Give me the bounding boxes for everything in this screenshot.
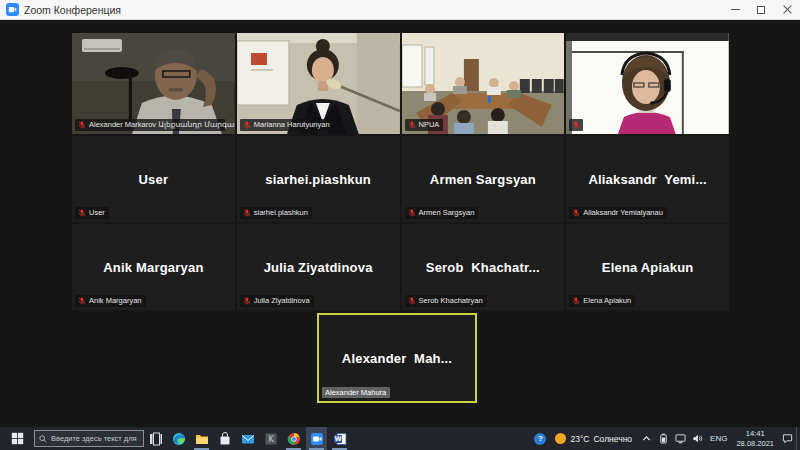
clock[interactable]: 14:41 28.08.2021 bbox=[731, 429, 779, 448]
muted-mic-badge bbox=[569, 119, 583, 131]
muted-mic-icon bbox=[78, 121, 86, 129]
weather-widget[interactable]: 23°C Солнечно bbox=[549, 433, 638, 444]
minimize-button[interactable] bbox=[722, 0, 748, 19]
weather-temp: 23°C bbox=[570, 434, 589, 444]
participant-name-label: Serob Khachatryan bbox=[405, 295, 487, 307]
date: 28.08.2021 bbox=[736, 439, 774, 448]
muted-mic-icon bbox=[408, 209, 416, 217]
word-icon: W bbox=[333, 432, 347, 446]
battery-icon bbox=[658, 433, 669, 444]
title-bar: Zoom Конференция bbox=[0, 0, 800, 20]
battery-tray-button[interactable] bbox=[655, 427, 672, 450]
mail-icon bbox=[241, 432, 255, 446]
participant-name-label: Armen Sargsyan bbox=[405, 207, 479, 219]
chevron-up-icon bbox=[641, 433, 652, 444]
show-desktop-button[interactable] bbox=[796, 427, 800, 450]
file-explorer-button[interactable] bbox=[191, 427, 212, 450]
video-feed bbox=[566, 33, 729, 134]
muted-mic-icon bbox=[572, 209, 580, 217]
participant-name-label: Alexander Mahura bbox=[322, 387, 390, 399]
zoom-icon bbox=[310, 432, 324, 446]
participant-name-label: Elena Apiakun bbox=[569, 295, 635, 307]
store-icon bbox=[218, 432, 232, 446]
task-view-button[interactable] bbox=[145, 427, 166, 450]
muted-mic-icon bbox=[78, 209, 86, 217]
action-center-button[interactable] bbox=[779, 427, 796, 450]
windows-taskbar: Введите здесь текст для поиска K W bbox=[0, 427, 800, 450]
video-grid: Alexander Markarov Ալեքսանդր Մարգարով bbox=[0, 20, 800, 427]
task-view-icon bbox=[149, 432, 163, 446]
search-icon bbox=[39, 435, 47, 443]
help-tray-button[interactable]: ? bbox=[531, 427, 549, 450]
notification-icon bbox=[782, 433, 793, 444]
network-icon bbox=[675, 433, 686, 444]
participant-name-label: Julia Ziyatdinova bbox=[240, 295, 314, 307]
muted-mic-icon bbox=[78, 297, 86, 305]
muted-mic-icon bbox=[572, 121, 580, 129]
help-icon: ? bbox=[534, 433, 546, 445]
participant-tile-aliaksandr-yemialyanau[interactable]: Aliaksandr Yemi... Aliaksandr Yemialyana… bbox=[566, 136, 729, 222]
video-tile-marianna-harutyunyan[interactable]: Marianna Harutyunyan bbox=[237, 33, 400, 134]
maximize-button[interactable] bbox=[748, 0, 774, 19]
sunny-weather-icon bbox=[555, 433, 566, 444]
windows-logo-icon bbox=[11, 432, 24, 445]
participant-tile-siarhei-piashkun[interactable]: siarhei.piashkun siarhei.piashkun bbox=[237, 136, 400, 222]
participant-name-label: Anik Margaryan bbox=[75, 295, 146, 307]
taskbar-search-input[interactable]: Введите здесь текст для поиска bbox=[34, 430, 144, 447]
chrome-icon bbox=[287, 432, 301, 446]
participant-name-label: Alexander Markarov Ալեքսանդր Մարգարով bbox=[75, 119, 225, 131]
time: 14:41 bbox=[746, 429, 765, 438]
participant-name-label: Aliaksandr Yemialyanau bbox=[569, 207, 667, 219]
participant-tile-elena-apiakun[interactable]: Elena Apiakun Elena Apiakun bbox=[566, 224, 729, 310]
speaker-icon bbox=[692, 433, 703, 444]
zoom-meeting-window: Zoom Конференция bbox=[0, 0, 800, 450]
edge-icon bbox=[172, 432, 186, 446]
muted-mic-icon bbox=[408, 121, 416, 129]
maximize-icon bbox=[757, 6, 765, 14]
participant-tile-armen-sargsyan[interactable]: Armen Sargsyan Armen Sargsyan bbox=[402, 136, 565, 222]
svg-text:W: W bbox=[334, 435, 341, 443]
window-title: Zoom Конференция bbox=[24, 4, 121, 16]
participant-tile-user[interactable]: User User bbox=[72, 136, 235, 222]
zoom-taskbar-button[interactable] bbox=[306, 427, 327, 450]
volume-tray-button[interactable] bbox=[689, 427, 706, 450]
search-placeholder: Введите здесь текст для поиска bbox=[51, 434, 139, 443]
show-hidden-icons-button[interactable] bbox=[638, 427, 655, 450]
zoom-app-icon bbox=[6, 3, 19, 16]
muted-mic-icon bbox=[408, 297, 416, 305]
close-button[interactable] bbox=[774, 0, 800, 19]
weather-condition: Солнечно bbox=[593, 434, 632, 444]
app-k-icon: K bbox=[264, 432, 278, 446]
participant-tile-anik-margaryan[interactable]: Anik Margaryan Anik Margaryan bbox=[72, 224, 235, 310]
network-tray-button[interactable] bbox=[672, 427, 689, 450]
video-tile-alexander-markarov[interactable]: Alexander Markarov Ալեքսանդր Մարգարով bbox=[72, 33, 235, 134]
video-tile-woman-headset[interactable] bbox=[566, 33, 729, 134]
participant-tile-julia-ziyatdinova[interactable]: Julia Ziyatdinova Julia Ziyatdinova bbox=[237, 224, 400, 310]
close-icon bbox=[783, 5, 792, 14]
muted-mic-icon bbox=[243, 297, 251, 305]
start-button[interactable] bbox=[0, 427, 34, 450]
muted-mic-icon bbox=[572, 297, 580, 305]
mail-button[interactable] bbox=[237, 427, 258, 450]
muted-mic-icon bbox=[243, 121, 251, 129]
word-button[interactable]: W bbox=[329, 427, 350, 450]
video-tile-npua-room[interactable]: NPUA bbox=[402, 33, 565, 134]
participant-name-label: Marianna Harutyunyan bbox=[240, 119, 334, 131]
participant-name-label: siarhei.piashkun bbox=[240, 207, 312, 219]
muted-mic-icon bbox=[243, 209, 251, 217]
microsoft-store-button[interactable] bbox=[214, 427, 235, 450]
edge-button[interactable] bbox=[168, 427, 189, 450]
participant-tile-alexander-mahura-active-speaker[interactable]: Alexander Mah... Alexander Mahura bbox=[317, 313, 477, 403]
file-explorer-icon bbox=[195, 432, 209, 446]
minimize-icon bbox=[731, 9, 740, 10]
participant-tile-serob-khachatryan[interactable]: Serob Khachatr... Serob Khachatryan bbox=[402, 224, 565, 310]
app-k-button[interactable]: K bbox=[260, 427, 281, 450]
participant-name-label: NPUA bbox=[405, 119, 444, 131]
language-indicator[interactable]: ENG bbox=[706, 427, 731, 450]
participant-name-label: User bbox=[75, 207, 109, 219]
svg-text:K: K bbox=[268, 435, 274, 444]
chrome-button[interactable] bbox=[283, 427, 304, 450]
